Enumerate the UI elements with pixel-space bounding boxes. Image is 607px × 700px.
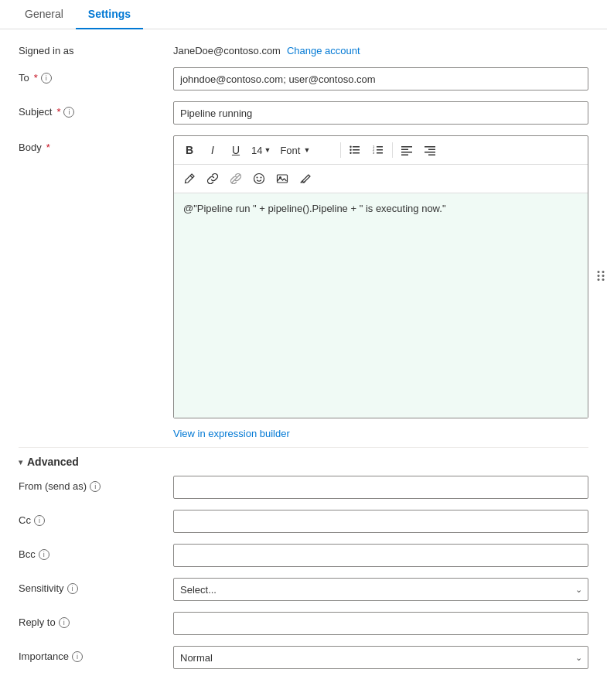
from-input-container [173, 476, 588, 499]
subject-required: * [56, 106, 60, 118]
editor-body[interactable]: @"Pipeline run " + pipeline().Pipeline +… [174, 193, 588, 418]
advanced-chevron-icon: ▾ [19, 458, 22, 466]
tab-settings[interactable]: Settings [76, 0, 143, 29]
svg-rect-8 [377, 152, 383, 154]
bcc-input[interactable] [173, 544, 588, 567]
bcc-label: Bcc i [19, 544, 173, 560]
from-row: From (send as) i [19, 476, 588, 499]
underline-button[interactable]: U [225, 139, 247, 161]
subject-input[interactable] [173, 101, 588, 125]
importance-row: Importance i Low Normal High ⌄ [19, 646, 588, 669]
from-label: From (send as) i [19, 476, 173, 492]
pen-button[interactable] [179, 168, 200, 190]
svg-point-29 [598, 275, 600, 277]
bcc-input-container [173, 544, 588, 567]
svg-point-22 [254, 174, 264, 184]
cc-info-icon[interactable]: i [34, 515, 45, 526]
svg-rect-25 [278, 175, 288, 183]
svg-rect-6 [377, 146, 383, 148]
svg-point-23 [257, 177, 258, 179]
align-left-button[interactable] [396, 139, 418, 161]
expression-builder-container: View in expression builder [19, 425, 588, 439]
sensitivity-select-wrapper: Select... Normal Personal Private Confid… [173, 578, 588, 601]
from-input[interactable] [173, 476, 588, 499]
to-info-icon[interactable]: i [41, 73, 52, 84]
editor-toolbar-row2 [174, 165, 588, 193]
expression-builder-link[interactable]: View in expression builder [173, 428, 290, 439]
subject-label: Subject* i [19, 101, 173, 118]
signed-in-label: Signed in as [19, 45, 173, 56]
importance-select[interactable]: Low Normal High [173, 646, 588, 669]
emoji-button[interactable] [248, 168, 270, 190]
font-chevron-icon: ▼ [303, 146, 310, 154]
subject-info-icon[interactable]: i [63, 107, 74, 118]
bcc-info-icon[interactable]: i [39, 549, 49, 560]
font-size-chevron-icon: ▼ [264, 146, 271, 154]
svg-rect-7 [377, 149, 383, 151]
bold-button[interactable]: B [179, 139, 200, 161]
reply-to-input-container [173, 612, 588, 635]
unordered-list-button[interactable] [344, 139, 366, 161]
sensitivity-info-icon[interactable]: i [67, 583, 78, 594]
cc-input[interactable] [173, 510, 588, 533]
editor-body-text: @"Pipeline run " + pipeline().Pipeline +… [183, 203, 446, 214]
eraser-button[interactable] [295, 168, 316, 190]
sensitivity-select[interactable]: Select... Normal Personal Private Confid… [173, 578, 588, 601]
cc-input-container [173, 510, 588, 533]
svg-point-24 [261, 177, 262, 179]
svg-point-3 [350, 146, 352, 148]
importance-select-container: Low Normal High ⌄ [173, 646, 588, 669]
tab-general[interactable]: General [12, 0, 76, 29]
editor-container: B I U 14 ▼ Font ▼ [173, 135, 588, 418]
svg-rect-15 [401, 155, 408, 156]
subject-row: Subject* i [19, 101, 588, 125]
cc-row: Cc i [19, 510, 588, 533]
align-left-icon [401, 144, 413, 156]
svg-line-21 [232, 175, 240, 183]
reply-to-input[interactable] [173, 612, 588, 635]
svg-point-30 [602, 275, 605, 277]
sensitivity-select-container: Select... Normal Personal Private Confid… [173, 578, 588, 601]
signed-in-row: Signed in as JaneDoe@contoso.com Change … [19, 45, 588, 56]
change-account-link[interactable]: Change account [287, 45, 360, 56]
link-button[interactable] [202, 168, 223, 190]
unlink-icon [230, 172, 242, 185]
font-size-selector[interactable]: 14 ▼ [248, 143, 274, 158]
importance-label: Importance i [19, 646, 173, 662]
body-label: Body* [19, 135, 173, 153]
font-selector[interactable]: Font ▼ [275, 143, 337, 158]
importance-select-wrapper: Low Normal High ⌄ [173, 646, 588, 669]
drag-handle[interactable] [593, 268, 607, 286]
svg-point-5 [350, 152, 352, 154]
ordered-list-button[interactable]: 1 2 3 [367, 139, 389, 161]
advanced-section: ▾ Advanced From (send as) i Cc i [19, 447, 588, 669]
italic-button[interactable]: I [202, 139, 223, 161]
eraser-icon [299, 172, 312, 185]
from-info-icon[interactable]: i [90, 481, 101, 492]
ordered-list-icon: 1 2 3 [372, 144, 384, 156]
svg-rect-13 [401, 149, 408, 151]
to-input[interactable] [173, 67, 588, 90]
reply-to-info-icon[interactable]: i [59, 617, 70, 628]
unlink-button[interactable] [225, 168, 247, 190]
svg-rect-14 [401, 152, 412, 153]
tabs-container: General Settings [0, 0, 607, 29]
body-editor-wrapper: B I U 14 ▼ Font ▼ [173, 135, 588, 418]
image-button[interactable] [271, 168, 293, 190]
svg-text:3: 3 [373, 151, 375, 155]
svg-point-32 [602, 278, 605, 281]
toolbar-sep2 [392, 142, 393, 158]
image-icon [276, 172, 288, 185]
editor-toolbar-row1: B I U 14 ▼ Font ▼ [174, 136, 588, 165]
importance-info-icon[interactable]: i [72, 651, 83, 662]
advanced-header[interactable]: ▾ Advanced [19, 447, 588, 476]
svg-point-4 [350, 149, 352, 151]
toolbar-sep1 [340, 142, 341, 158]
to-row: To* i [19, 67, 588, 90]
unordered-list-icon [349, 144, 361, 156]
svg-rect-18 [425, 152, 435, 153]
align-right-icon [424, 144, 436, 156]
reply-to-label: Reply to i [19, 612, 173, 628]
svg-rect-2 [353, 152, 360, 154]
align-right-button[interactable] [419, 139, 441, 161]
